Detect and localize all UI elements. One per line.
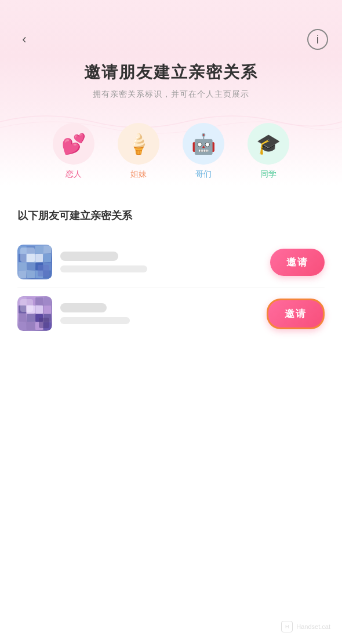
- lover-label: 恋人: [66, 169, 82, 180]
- section-title: 以下朋友可建立亲密关系: [17, 209, 325, 223]
- friend-left-2: [17, 296, 130, 331]
- watermark: H Handset.cat: [281, 621, 330, 632]
- info-button[interactable]: i: [307, 29, 328, 50]
- brother-icon-wrap: 🤖: [183, 123, 224, 165]
- friend-avatar-2: [17, 296, 52, 331]
- main-title: 邀请朋友建立亲密关系: [23, 61, 319, 83]
- back-button[interactable]: ‹: [14, 29, 35, 50]
- friend-item-2: 邀请: [17, 288, 325, 339]
- friend-name-bar-2: [60, 303, 107, 312]
- invite-button-1[interactable]: 邀请: [270, 249, 325, 276]
- content-section: 以下朋友可建立亲密关系: [0, 191, 342, 351]
- brother-label: 哥们: [195, 169, 212, 180]
- top-bar: ‹ i: [0, 0, 342, 50]
- relation-item-sister[interactable]: 🍦 姐妹: [118, 123, 159, 180]
- sub-title: 拥有亲密关系标识，并可在个人主页展示: [23, 89, 319, 100]
- avatar-pixel-grid-2: [17, 296, 52, 331]
- friend-desc-bar-2: [60, 317, 130, 324]
- classmate-icon: 🎓: [256, 132, 281, 155]
- watermark-logo: H: [281, 621, 293, 632]
- classmate-label: 同学: [260, 169, 276, 180]
- sister-icon: 🍦: [126, 132, 151, 155]
- friend-left-1: [17, 245, 147, 279]
- friend-avatar-1: [17, 245, 52, 279]
- relation-item-classmate[interactable]: 🎓 同学: [248, 123, 289, 180]
- friend-info-2: [60, 303, 130, 324]
- lover-icon-wrap: 💕: [53, 123, 94, 165]
- watermark-text: Handset.cat: [296, 623, 330, 630]
- brother-icon: 🤖: [191, 132, 216, 155]
- sister-label: 姐妹: [130, 169, 147, 180]
- lover-icon: 💕: [61, 132, 86, 155]
- invite-button-2[interactable]: 邀请: [267, 299, 325, 329]
- avatar-pixel-grid-1: [17, 245, 52, 279]
- title-section: 邀请朋友建立亲密关系 拥有亲密关系标识，并可在个人主页展示: [0, 50, 342, 105]
- friend-desc-bar-1: [60, 265, 147, 272]
- friend-name-bar-1: [60, 252, 118, 261]
- relation-item-lover[interactable]: 💕 恋人: [53, 123, 94, 180]
- sister-icon-wrap: 🍦: [118, 123, 159, 165]
- relation-row: 💕 恋人 🍦 姐妹 🤖 哥们 🎓 同学: [0, 105, 342, 191]
- friend-item-1: 邀请: [17, 237, 325, 288]
- friend-info-1: [60, 252, 147, 272]
- classmate-icon-wrap: 🎓: [248, 123, 289, 165]
- relation-item-brother[interactable]: 🤖 哥们: [183, 123, 224, 180]
